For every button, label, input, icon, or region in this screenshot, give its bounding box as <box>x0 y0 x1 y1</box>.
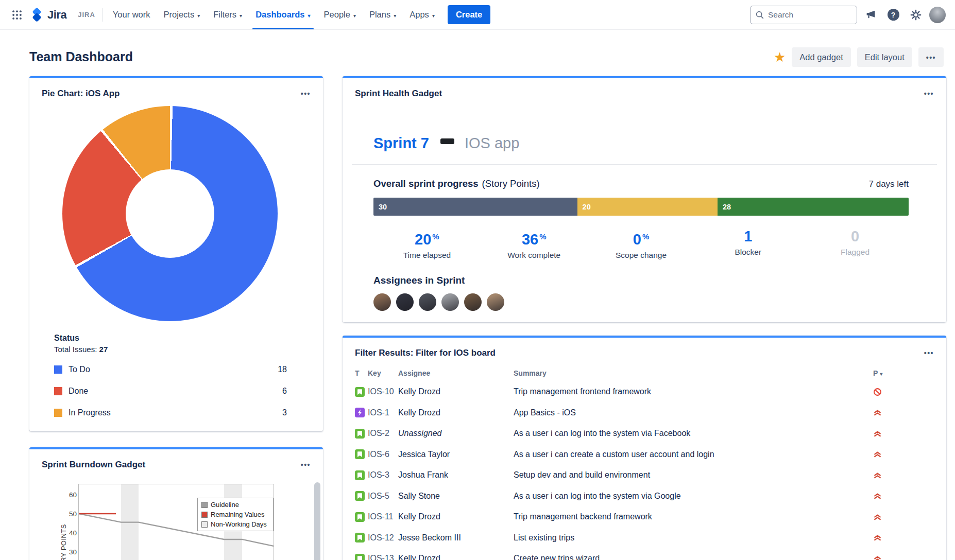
stat-work-complete: 36%Work complete <box>481 228 588 260</box>
stat-label: Time elapsed <box>373 251 481 260</box>
nav-item-apps[interactable]: Apps▾ <box>403 0 441 29</box>
add-gadget-button[interactable]: Add gadget <box>792 47 850 67</box>
assignee-avatar-3[interactable] <box>419 293 436 311</box>
settings-button[interactable] <box>907 6 925 24</box>
progress-segment-value: 20 <box>583 203 591 211</box>
y-axis-label: STORY POINTS <box>60 517 68 560</box>
issue-row-ios-6[interactable]: IOS-6Jessica TaylorAs a user i can creat… <box>343 444 946 465</box>
nav-item-your-work[interactable]: Your work <box>106 0 157 29</box>
column-header-assignee[interactable]: Assignee <box>398 369 514 377</box>
notifications-button[interactable] <box>861 6 880 24</box>
column-header-t[interactable]: T <box>355 369 368 377</box>
nav-item-dashboards[interactable]: Dashboards▾ <box>249 0 317 29</box>
pie-chart <box>62 106 278 321</box>
more-icon: ••• <box>926 54 936 62</box>
create-button[interactable]: Create <box>448 5 490 24</box>
issue-rows: IOS-10Kelly DrozdTrip management fronten… <box>343 381 946 560</box>
highest-priority-icon <box>873 408 897 417</box>
favorite-star-button[interactable]: ★ <box>774 50 786 64</box>
left-column: Pie Chart: iOS App ••• Status Total Issu… <box>29 76 323 560</box>
issue-key[interactable]: IOS-5 <box>368 492 398 501</box>
progress-segment: 20 <box>577 198 718 216</box>
filter-results-gadget: Filter Results: Filter for IOS board •••… <box>343 336 946 560</box>
nav-item-people[interactable]: People▾ <box>317 0 363 29</box>
progress-segment-value: 28 <box>723 203 731 211</box>
scrollbar-thumb[interactable] <box>314 482 320 560</box>
issue-row-ios-3[interactable]: IOS-3Joshua FrankSetup dev and and build… <box>343 465 946 486</box>
issue-summary[interactable]: Trip management frontend framework <box>514 387 873 396</box>
issue-key[interactable]: IOS-2 <box>368 429 398 438</box>
chevron-down-icon: ▾ <box>432 13 435 19</box>
gadget-header: Sprint Health Gadget ••• <box>343 78 946 99</box>
sprint-name[interactable]: Sprint 7 <box>373 135 429 152</box>
stat-label: Blocker <box>694 248 801 257</box>
highest-priority-icon <box>873 429 897 438</box>
issue-assignee: Kelly Drozd <box>398 554 514 560</box>
story-icon <box>355 533 368 542</box>
pie-legend: Status Total Issues: 27 To Do18Done6In P… <box>54 334 287 424</box>
gadget-more-button[interactable]: ••• <box>301 90 311 98</box>
nav-item-plans[interactable]: Plans▾ <box>363 0 403 29</box>
search-input[interactable] <box>750 6 857 24</box>
issue-key[interactable]: IOS-3 <box>368 470 398 480</box>
help-button[interactable]: ? <box>884 6 902 24</box>
pie-donut[interactable] <box>62 106 278 321</box>
issue-key[interactable]: IOS-10 <box>368 387 398 396</box>
assignee-avatar-6[interactable] <box>487 293 504 311</box>
issue-row-ios-10[interactable]: IOS-10Kelly DrozdTrip management fronten… <box>343 381 946 402</box>
nav-item-filters[interactable]: Filters▾ <box>207 0 249 29</box>
issue-row-ios-2[interactable]: IOS-2UnassignedAs a user i can log into … <box>343 423 946 444</box>
gadget-more-button[interactable]: ••• <box>924 349 934 357</box>
gadget-more-button[interactable]: ••• <box>301 461 311 469</box>
dashboard-more-button[interactable]: ••• <box>918 47 944 67</box>
column-header-key[interactable]: Key <box>368 369 398 377</box>
legend-label: Remaining Values <box>211 511 265 518</box>
gadget-more-button[interactable]: ••• <box>924 90 934 98</box>
highest-priority-icon <box>873 492 897 500</box>
assignee-avatar-1[interactable] <box>373 293 391 311</box>
nav-item-label: Apps <box>410 10 429 20</box>
sprint-stats: 20%Time elapsed36%Work complete0%Scope c… <box>373 228 909 260</box>
issue-row-ios-1[interactable]: IOS-1Kelly DrozdApp Basics - iOS <box>343 402 946 424</box>
issue-summary[interactable]: Create new trips wizard <box>514 554 873 560</box>
column-header-summary[interactable]: Summary <box>514 369 873 377</box>
story-icon <box>355 491 368 501</box>
sprint-progress-section: Overall sprint progress (Story Points) 7… <box>373 178 909 260</box>
issue-key[interactable]: IOS-12 <box>368 533 398 542</box>
issue-key[interactable]: IOS-13 <box>368 554 398 560</box>
stat-number: 36 <box>522 231 538 248</box>
issue-row-ios-11[interactable]: IOS-11Kelly DrozdTrip management backend… <box>343 506 946 528</box>
assignee-avatar-5[interactable] <box>464 293 482 311</box>
issue-row-ios-5[interactable]: IOS-5Sally StoneAs a user i can log into… <box>343 486 946 507</box>
issue-row-ios-13[interactable]: IOS-13Kelly DrozdCreate new trips wizard <box>343 548 946 560</box>
column-header-p[interactable]: P▾ <box>873 369 897 377</box>
user-avatar[interactable] <box>929 7 946 23</box>
issue-key[interactable]: IOS-1 <box>368 408 398 417</box>
issue-row-ios-12[interactable]: IOS-12Jesse Beckom IIIList existing trip… <box>343 528 946 549</box>
issue-summary[interactable]: As a user i can log into the system via … <box>514 429 873 438</box>
issue-summary[interactable]: As a user i can create a custom user acc… <box>514 450 873 459</box>
issue-summary[interactable]: Trip management backend framework <box>514 512 873 521</box>
issue-assignee: Unassigned <box>398 429 514 438</box>
nav-item-projects[interactable]: Projects▾ <box>157 0 207 29</box>
stat-number: 1 <box>744 228 752 244</box>
column-header-label: P <box>873 369 878 377</box>
issue-key[interactable]: IOS-11 <box>368 512 398 521</box>
issue-key[interactable]: IOS-6 <box>368 450 398 459</box>
edit-layout-button[interactable]: Edit layout <box>857 47 912 67</box>
legend-label: In Progress <box>69 408 111 417</box>
issue-summary[interactable]: List existing trips <box>514 533 873 542</box>
top-nav: Jira JIRA Your workProjects▾Filters▾Dash… <box>0 0 955 30</box>
app-switcher-button[interactable] <box>7 5 27 25</box>
jira-logo[interactable]: Jira <box>30 0 66 29</box>
assignee-avatar-4[interactable] <box>441 293 459 311</box>
board-name: IOS app <box>465 135 519 152</box>
gadget-title: Filter Results: Filter for IOS board <box>355 348 496 358</box>
assignee-avatar-2[interactable] <box>396 293 414 311</box>
issue-summary[interactable]: App Basics - iOS <box>514 408 873 417</box>
issue-assignee: Sally Stone <box>398 492 514 501</box>
issue-summary[interactable]: Setup dev and and build environment <box>514 470 873 480</box>
story-icon <box>355 512 368 522</box>
issue-summary[interactable]: As a user i can log into the system via … <box>514 492 873 501</box>
legend-swatch <box>54 387 62 395</box>
